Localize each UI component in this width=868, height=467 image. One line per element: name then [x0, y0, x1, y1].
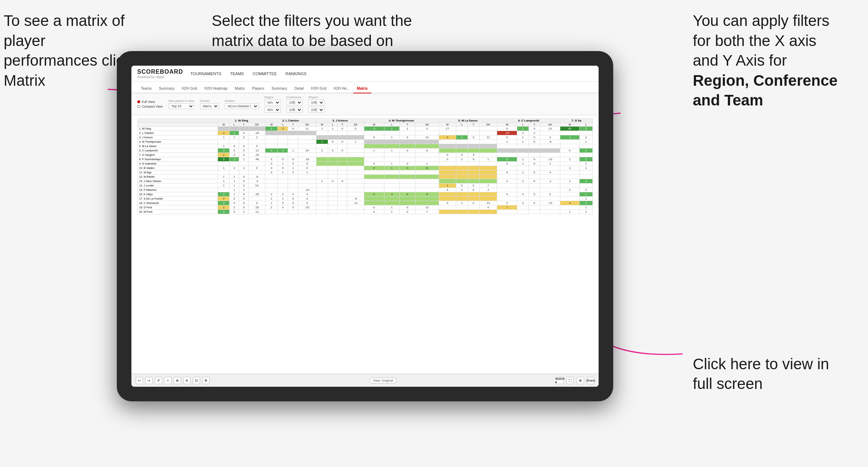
nav-rankings[interactable]: RANKINGS — [285, 72, 306, 76]
filter-region: Region N/A N/A — [265, 96, 281, 113]
player-name: 12. M Riedel — [138, 175, 218, 179]
filter-conference-select[interactable]: (All) — [287, 100, 303, 105]
tab-h2h-grid[interactable]: H2H Grid — [178, 84, 201, 93]
player-name: 2. L Clanton — [138, 131, 218, 135]
col-header-mlasasso: 5. M La Sasso — [439, 119, 497, 123]
zoom-out-button[interactable]: ⊖ — [183, 377, 191, 384]
subhead-w6: W — [497, 123, 517, 127]
subhead-l4: L — [384, 123, 400, 127]
player-name: 7. G Sargent — [138, 153, 218, 157]
table-row: 2. L Clanton 210-16 -2422 — [138, 131, 593, 135]
scoreboard-header: SCOREBOARD Powered by clippd TOURNAMENTS… — [131, 66, 599, 82]
subhead-w2: W — [265, 123, 278, 127]
table-row: 11. M Ege 0101 0104 — [138, 170, 593, 175]
subhead-dif1: Dif — [249, 123, 265, 127]
reset-button[interactable]: ⊡ — [193, 377, 200, 384]
filter-region-label: Region — [265, 96, 281, 99]
player-name: 1. W Ding — [138, 127, 218, 131]
subhead-dif4: Dif — [415, 123, 439, 127]
subhead-w1: W — [218, 123, 230, 127]
logo-main: SCOREBOARD — [137, 69, 183, 75]
filter-gender-select[interactable]: Men's — [200, 103, 219, 109]
undo-button[interactable]: ↩ — [136, 377, 143, 384]
subhead-l6: L — [517, 123, 529, 127]
redo-button[interactable]: ↪ — [145, 377, 153, 384]
subhead-w4: W — [364, 123, 384, 127]
tablet: SCOREBOARD Powered by clippd TOURNAMENTS… — [117, 51, 613, 401]
nav-tournaments[interactable]: TOURNAMENTS — [191, 72, 222, 76]
watch-button[interactable]: Watch ▾ — [556, 377, 564, 384]
share-button[interactable]: Share — [587, 377, 594, 384]
tablet-screen: SCOREBOARD Powered by clippd TOURNAMENTS… — [131, 66, 599, 387]
subhead-dif5: Dif — [479, 123, 497, 127]
settings-button[interactable]: ⚙ — [202, 377, 210, 384]
radio-compact-view[interactable]: Compact View — [137, 105, 163, 108]
table-row: 5. M La Sasso 1000 — [138, 144, 593, 148]
annotation-top-right: You can apply filters for both the X axi… — [693, 11, 846, 111]
filter-division-select[interactable]: NCAA Division I — [225, 103, 259, 109]
filter-gender: Gender Men's — [200, 99, 219, 109]
table-row: 12. M Riedel 110-6 — [138, 175, 593, 179]
zoom-in-button[interactable]: ⊕ — [174, 377, 181, 384]
filter-division: Division NCAA Division I — [225, 99, 259, 109]
subhead-t4: T — [400, 123, 415, 127]
player-name: 8. P Summerhays — [138, 157, 218, 162]
subhead-dif3: Dif — [347, 123, 364, 127]
fullscreen-button[interactable]: ⛶ — [566, 377, 574, 384]
radio-full-view-circle — [137, 100, 140, 103]
annotation-top-center: Select the filters you want the matrix d… — [212, 11, 431, 51]
tab-detail[interactable]: Detail — [291, 84, 308, 93]
nav-teams[interactable]: TEAMS — [230, 72, 244, 76]
layout-button[interactable]: ⊞ — [577, 377, 584, 384]
player-name: 3. J Koivun — [138, 135, 218, 140]
subhead-t3: T — [338, 123, 347, 127]
tab-matrix-active[interactable]: Matrix — [353, 84, 371, 93]
toolbar-center: View: Original — [212, 378, 553, 383]
tab-summary[interactable]: Summary — [155, 84, 178, 93]
filter-players: Players (All) (All) — [308, 96, 324, 113]
filter-conference-select-2[interactable]: (All) — [287, 107, 303, 113]
view-original-badge[interactable]: View: Original — [369, 378, 396, 383]
player-name: 9. N Gabrelcik — [138, 162, 218, 166]
cursor-button[interactable]: ⊹ — [164, 377, 172, 384]
radio-full-view-label: Full View — [142, 100, 155, 104]
col-header-gsa: 7. G Sa — [560, 119, 593, 123]
table-row: 8. P Summerhays 521-46 200-16 0101 010-1… — [138, 157, 593, 162]
subhead-t1: T — [239, 123, 249, 127]
subhead-dif2: Dif — [298, 123, 316, 127]
tab-h2h-heatmap[interactable]: H2H Heatmap — [201, 84, 231, 93]
table-row: 14. J Lundin 11010 1007 — [138, 184, 593, 188]
player-name: 4. M Thorbjornsen — [138, 140, 218, 144]
col-header-lclanton: 2. L Clanton — [265, 119, 316, 123]
table-row: 6. C Lamprecht 300-11 24124 300 1106 01 — [138, 148, 593, 153]
nav-committee[interactable]: COMMITTEE — [253, 72, 277, 76]
filter-gender-label: Gender — [200, 99, 219, 103]
logo-sub: Powered by clippd — [137, 75, 183, 79]
tab-summary2[interactable]: Summary — [268, 84, 291, 93]
scoreboard-logo: SCOREBOARD Powered by clippd — [137, 69, 183, 79]
table-row: 20. M Ford 331-11 0107 11 — [138, 210, 593, 214]
table-row: 4. M Thorbjornsen 1001 110-6 1 — [138, 140, 593, 144]
filter-region-select[interactable]: N/A — [265, 100, 281, 105]
col-header-jkoivun: 3. J Koivun — [316, 119, 364, 123]
view-options: Full View Compact View — [137, 100, 163, 108]
tab-h2h-grid2[interactable]: H2H Grid — [307, 84, 330, 93]
table-row: 10. B Valdes 1110 0010 01011 11 — [138, 166, 593, 170]
subhead-dif6: Dif — [540, 123, 560, 127]
radio-full-view[interactable]: Full View — [137, 100, 163, 104]
filter-players-select[interactable]: (All) — [308, 100, 324, 105]
subhead-w7: W — [560, 123, 580, 127]
player-name: 16. K Vilips — [138, 192, 218, 197]
player-name: 11. M Ege — [138, 170, 218, 175]
refresh-button[interactable]: ↺ — [155, 377, 162, 384]
filter-players-select-2[interactable]: (All) — [308, 107, 324, 113]
tab-h2h-he[interactable]: H2H He... — [330, 84, 353, 93]
subhead-t6: T — [529, 123, 540, 127]
tab-matrix-left[interactable]: Matrix — [231, 84, 248, 93]
subhead-t2: T — [288, 123, 298, 127]
tab-teams[interactable]: Teams — [137, 84, 155, 93]
table-row: 16. K Vilips 310-25 2204 3308 0050 1 — [138, 192, 593, 197]
tab-players[interactable]: Players — [249, 84, 268, 93]
filter-region-select-2[interactable]: N/A — [265, 107, 281, 113]
filter-max-players-select[interactable]: Top 25 — [169, 103, 194, 109]
